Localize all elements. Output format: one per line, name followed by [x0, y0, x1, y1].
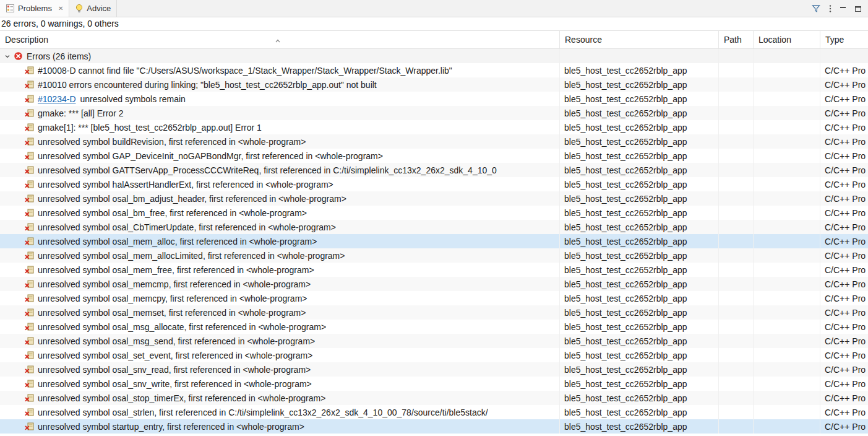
cell-resource: ble5_host_test_cc2652rblp_app — [560, 405, 719, 419]
cell-path — [719, 305, 754, 320]
problem-row[interactable]: unresolved symbol GAP_DeviceInit_noGAPBo… — [0, 149, 868, 163]
cell-location — [754, 177, 820, 191]
error-marker-icon — [25, 109, 34, 118]
error-marker-icon — [25, 152, 34, 160]
cell-resource: ble5_host_test_cc2652rblp_app — [560, 106, 719, 120]
cell-type: C/C++ Pro — [820, 106, 868, 120]
cell-type-text: C/C++ Pro — [825, 294, 866, 303]
cell-type-text: C/C++ Pro — [825, 165, 866, 175]
column-header-location[interactable]: Location — [754, 31, 820, 48]
column-header-type[interactable]: Type — [820, 31, 868, 48]
cell-type-text: C/C++ Pro — [825, 94, 866, 104]
cell-type-text: C/C++ Pro — [825, 151, 866, 161]
description-text: unresolved symbol osal_strlen, first ref… — [38, 408, 488, 417]
problem-row[interactable]: unresolved symbol osal_memcpy, first ref… — [0, 291, 868, 305]
cell-resource-text: ble5_host_test_cc2652rblp_app — [564, 279, 687, 289]
problem-row[interactable]: #10008-D cannot find file "C:/Users/ASUS… — [0, 63, 868, 77]
problem-row[interactable]: unresolved symbol osal_mem_alloc, first … — [0, 234, 868, 248]
cell-resource-text: ble5_host_test_cc2652rblp_app — [564, 151, 687, 161]
tab-advice-label: Advice — [87, 4, 111, 13]
cell-type: C/C++ Pro — [820, 234, 868, 248]
cell-description: unresolved symbol osal_mem_alloc, first … — [0, 234, 560, 248]
cell-resource: ble5_host_test_cc2652rblp_app — [560, 92, 719, 106]
cell-type: C/C++ Pro — [820, 177, 868, 191]
problem-row[interactable]: unresolved symbol osal_snv_write, first … — [0, 377, 868, 391]
close-tab-icon[interactable]: ✕ — [58, 5, 63, 12]
cell-type-text: C/C++ Pro — [825, 408, 866, 417]
problem-row[interactable]: unresolved symbol osal_set_event, first … — [0, 348, 868, 362]
error-marker-icon — [25, 422, 34, 431]
problem-row[interactable]: unresolved symbol osal_mem_allocLimited,… — [0, 248, 868, 263]
description-text: unresolved symbol GATTServApp_ProcessCCC… — [38, 165, 497, 175]
problem-row[interactable]: unresolved symbol osal_bm_adjust_header,… — [0, 191, 868, 206]
cell-resource-text: ble5_host_test_cc2652rblp_app — [564, 308, 687, 318]
minimize-icon[interactable] — [840, 5, 847, 12]
error-marker-icon — [25, 280, 34, 289]
cell-path — [719, 177, 754, 191]
problem-row[interactable]: unresolved symbol osal_mem_free, first r… — [0, 263, 868, 277]
maximize-icon[interactable] — [854, 5, 862, 12]
tab-advice[interactable]: Advice — [69, 0, 117, 17]
cell-type: C/C++ Pro — [820, 63, 868, 77]
problem-row[interactable]: unresolved symbol GATTServApp_ProcessCCC… — [0, 163, 868, 177]
problem-row[interactable]: unresolved symbol osal_bm_free, first re… — [0, 206, 868, 220]
error-group-icon — [14, 51, 23, 61]
problem-row[interactable]: unresolved symbol buildRevision, first r… — [0, 134, 868, 149]
cell-path — [719, 248, 754, 263]
error-code-link[interactable]: #10234-D — [38, 94, 76, 104]
cell-resource-text: ble5_host_test_cc2652rblp_app — [564, 194, 687, 204]
tab-problems[interactable]: Problems ✕ — [0, 0, 69, 17]
cell-type: C/C++ Pro — [820, 334, 868, 348]
problem-row[interactable]: #10010 errors encountered during linking… — [0, 77, 868, 92]
error-marker-icon — [25, 365, 34, 374]
column-header-path[interactable]: Path — [719, 31, 754, 48]
error-marker-icon — [25, 351, 34, 360]
problem-row[interactable]: unresolved symbol osal_msg_send, first r… — [0, 334, 868, 348]
cell-type: C/C++ Pro — [820, 291, 868, 305]
description-text: unresolved symbol osal_set_event, first … — [38, 351, 312, 360]
expander-chevron-icon[interactable] — [2, 53, 12, 59]
column-header-description[interactable]: Description — [0, 31, 560, 48]
problem-row[interactable]: unresolved symbol osal_strlen, first ref… — [0, 405, 868, 419]
error-marker-icon — [25, 408, 34, 417]
cell-type-text: C/C++ Pro — [825, 251, 866, 261]
error-group-row[interactable]: Errors (26 items) — [0, 49, 868, 63]
description-text: unresolved symbol osal_stop_timerEx, fir… — [38, 393, 325, 403]
cell-path — [719, 149, 754, 163]
cell-location — [754, 163, 820, 177]
problem-row[interactable]: unresolved symbol osal_CbTimerUpdate, fi… — [0, 220, 868, 234]
description-text: unresolved symbols remain — [80, 94, 186, 104]
error-marker-icon — [25, 81, 34, 89]
column-header-description-label: Description — [5, 35, 48, 45]
cell-type: C/C++ Pro — [820, 220, 868, 234]
problem-row[interactable]: unresolved symbol osal_memcmp, first ref… — [0, 277, 868, 291]
description-text: gmake: *** [all] Error 2 — [38, 108, 124, 118]
cell-resource: ble5_host_test_cc2652rblp_app — [560, 163, 719, 177]
view-menu-icon[interactable] — [828, 4, 832, 13]
description-text: #10008-D cannot find file "C:/Users/ASUS… — [38, 66, 452, 76]
problem-row[interactable]: unresolved symbol startup_entry, first r… — [0, 419, 868, 434]
cell-location — [754, 206, 820, 220]
error-marker-icon — [25, 180, 34, 189]
problem-row[interactable]: unresolved symbol osal_memset, first ref… — [0, 305, 868, 320]
cell-type-text: C/C++ Pro — [825, 180, 866, 190]
description-text: unresolved symbol osal_CbTimerUpdate, fi… — [38, 222, 336, 232]
problem-row[interactable]: gmake: *** [all] Error 2ble5_host_test_c… — [0, 106, 868, 120]
cell-type: C/C++ Pro — [820, 362, 868, 377]
problem-row[interactable]: gmake[1]: *** [ble5_host_test_cc2652rblp… — [0, 120, 868, 134]
problem-row[interactable]: unresolved symbol osal_snv_read, first r… — [0, 362, 868, 377]
problem-row[interactable]: unresolved symbol osal_msg_allocate, fir… — [0, 320, 868, 334]
problem-row[interactable]: #10234-Dunresolved symbols remainble5_ho… — [0, 92, 868, 106]
cell-resource-text: ble5_host_test_cc2652rblp_app — [564, 322, 687, 332]
cell-type-text: C/C++ Pro — [825, 308, 866, 318]
cell-description: unresolved symbol GATTServApp_ProcessCCC… — [0, 163, 560, 177]
cell-location — [754, 348, 820, 362]
description-text: unresolved symbol buildRevision, first r… — [38, 137, 306, 147]
problem-row[interactable]: unresolved symbol halAssertHandlerExt, f… — [0, 177, 868, 191]
filter-icon[interactable] — [811, 4, 821, 14]
view-tabbar: Problems ✕ Advice — [0, 0, 868, 17]
column-header-resource[interactable]: Resource — [560, 31, 719, 48]
cell-resource-text: ble5_host_test_cc2652rblp_app — [564, 208, 687, 218]
problem-row[interactable]: unresolved symbol osal_stop_timerEx, fir… — [0, 391, 868, 405]
cell-location — [754, 120, 820, 134]
